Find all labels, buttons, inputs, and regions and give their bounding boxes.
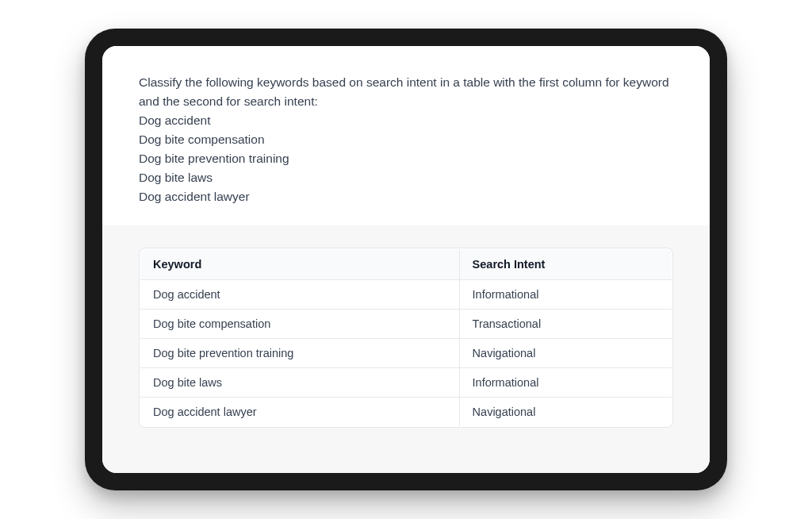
prompt-keyword-line: Dog accident [139, 111, 673, 130]
table-header-row: Keyword Search Intent [140, 249, 672, 280]
prompt-keyword-line: Dog accident lawyer [139, 187, 673, 206]
assistant-response-section: Keyword Search Intent Dog accident Infor… [102, 225, 710, 473]
result-table-wrapper: Keyword Search Intent Dog accident Infor… [139, 248, 673, 428]
table-cell-intent: Transactional [459, 309, 672, 339]
prompt-keyword-line: Dog bite laws [139, 168, 673, 187]
prompt-instruction-text: Classify the following keywords based on… [139, 73, 673, 111]
table-cell-keyword: Dog accident lawyer [140, 398, 460, 427]
table-row: Dog bite laws Informational [140, 368, 672, 398]
table-cell-keyword: Dog bite compensation [140, 309, 460, 339]
table-header-intent: Search Intent [459, 249, 672, 280]
table-cell-intent: Navigational [459, 398, 672, 427]
table-row: Dog bite prevention training Navigationa… [140, 339, 672, 368]
table-header-keyword: Keyword [140, 249, 460, 280]
table-row: Dog bite compensation Transactional [140, 309, 672, 339]
tablet-screen: Classify the following keywords based on… [102, 46, 710, 473]
table-cell-keyword: Dog bite prevention training [140, 339, 460, 368]
table-cell-keyword: Dog bite laws [140, 368, 460, 398]
table-row: Dog accident lawyer Navigational [140, 398, 672, 427]
user-prompt-section: Classify the following keywords based on… [102, 46, 710, 225]
table-cell-keyword: Dog accident [140, 280, 460, 309]
keyword-intent-table: Keyword Search Intent Dog accident Infor… [140, 248, 672, 427]
table-row: Dog accident Informational [140, 280, 672, 309]
table-cell-intent: Navigational [459, 339, 672, 368]
prompt-keyword-line: Dog bite compensation [139, 130, 673, 149]
table-cell-intent: Informational [459, 280, 672, 309]
prompt-keyword-line: Dog bite prevention training [139, 149, 673, 168]
tablet-device-frame: Classify the following keywords based on… [85, 29, 727, 490]
table-cell-intent: Informational [459, 368, 672, 398]
